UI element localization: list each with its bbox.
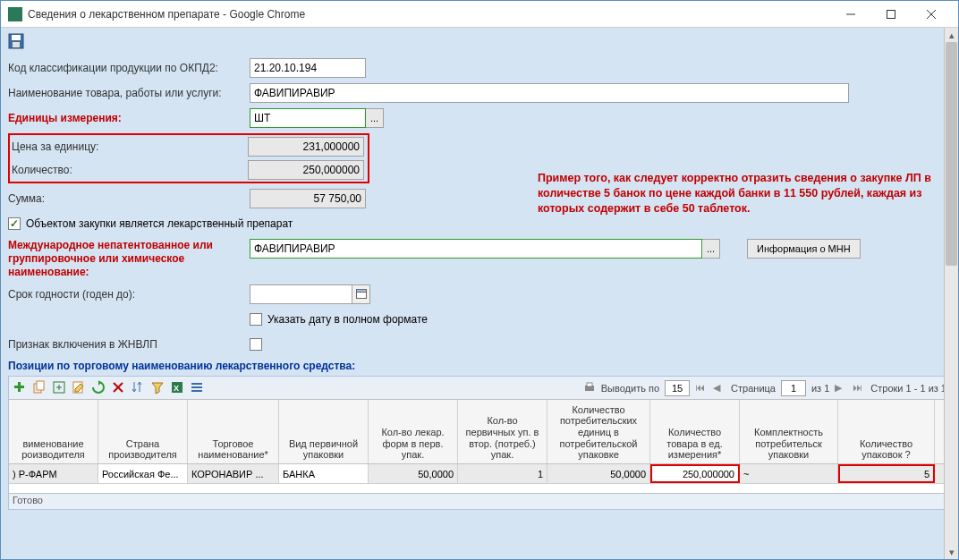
filter-icon[interactable] — [150, 380, 166, 396]
row-okpd2: Код классификации продукции по ОКПД2: — [8, 58, 951, 78]
label-okpd2: Код классификации продукции по ОКПД2: — [8, 62, 250, 74]
table-row[interactable]: ) Р-ФАРМ Российская Фе... КОРОНАВИР ... … — [9, 464, 950, 484]
cell-consumer-units: 50,0000 — [547, 464, 650, 483]
scroll-down-icon[interactable]: ▾ — [945, 545, 958, 559]
row-mnn: Международное непатентованное или группи… — [8, 239, 951, 279]
edit-icon[interactable] — [72, 380, 88, 396]
col-qty-in-units[interactable]: Количество товара в ед. измерения* — [650, 400, 740, 463]
first-page-icon[interactable]: ⏮ — [695, 382, 708, 395]
delete-icon[interactable] — [111, 380, 127, 396]
page-of: из 1 — [811, 383, 829, 394]
titlebar: Сведения о лекарственном препарате - Goo… — [1, 1, 958, 28]
col-package-count[interactable]: Количество упаковок ? — [838, 400, 935, 463]
cell-package-count: 5 — [838, 464, 935, 483]
input-okpd2[interactable] — [250, 58, 366, 78]
col-completeness[interactable]: Комплектность потребительск упаковки — [740, 400, 838, 463]
input-mnn[interactable] — [250, 239, 702, 259]
sort-icon[interactable] — [131, 380, 147, 396]
insert-icon[interactable] — [52, 380, 68, 396]
save-icon[interactable] — [8, 33, 24, 49]
example-note: Пример того, как следует корректно отраз… — [538, 171, 931, 216]
print-icon[interactable] — [583, 381, 596, 395]
col-producer-name[interactable]: вименование роизводителя — [9, 400, 98, 463]
svg-text:X: X — [174, 384, 179, 393]
settings-icon[interactable] — [190, 380, 206, 396]
calendar-button[interactable] — [352, 284, 370, 304]
svg-rect-10 — [14, 386, 24, 388]
input-name[interactable] — [250, 83, 849, 103]
top-toolbar — [8, 33, 951, 51]
row-is-drug: Объектом закупки является лекарственный … — [8, 214, 951, 233]
svg-rect-1 — [887, 10, 895, 18]
positions-header: Позиции по торговому наименованию лекарс… — [8, 360, 951, 372]
refresh-icon[interactable] — [91, 380, 107, 396]
input-sum[interactable] — [250, 189, 366, 208]
label-qty: Количество: — [12, 164, 248, 176]
row-full-date: Указать дату в полном формате — [8, 310, 951, 329]
label-mnn: Международное непатентованное или группи… — [8, 239, 250, 279]
add-icon[interactable] — [13, 380, 29, 396]
row-units: Единицы измерения: ... — [8, 108, 951, 128]
input-expiry[interactable] — [250, 284, 352, 304]
units-lookup-button[interactable]: ... — [366, 108, 384, 128]
checkbox-full-date[interactable] — [250, 313, 262, 326]
col-consumer-units[interactable]: Количество потребительских единиц в потр… — [547, 400, 650, 463]
grid: X Выводить по ⏮ ◀ Страница из 1 ▶ ⏭ Стро… — [8, 376, 951, 510]
grid-status: Готово — [9, 493, 950, 509]
cell-country[interactable]: Российская Фе... — [98, 464, 188, 483]
checkbox-vital[interactable] — [250, 338, 262, 351]
output-by-label: Выводить по — [601, 383, 659, 394]
col-country[interactable]: Страна производителя — [98, 400, 188, 463]
price-qty-highlight: Цена за единицу: Количество: — [8, 133, 369, 183]
row-name: Наименование товара, работы или услуги: — [8, 83, 951, 103]
col-forms-primary[interactable]: Кол-во лекар. форм в перв. упак. — [369, 400, 458, 463]
label-expiry: Срок годности (годен до): — [8, 288, 250, 301]
page-input[interactable] — [781, 380, 806, 396]
label-vital: Признак включения в ЖНВЛП — [8, 338, 250, 351]
window-controls — [830, 2, 951, 27]
app-icon — [8, 7, 22, 21]
col-trade-name[interactable]: Торговое наименование* — [188, 400, 279, 463]
copy-icon[interactable] — [32, 380, 48, 396]
label-price: Цена за единицу: — [12, 140, 248, 153]
cell-trade-name: КОРОНАВИР ... — [188, 464, 279, 483]
svg-rect-12 — [37, 381, 44, 390]
cell-producer: ) Р-ФАРМ — [9, 464, 98, 483]
scroll-up-icon[interactable]: ▴ — [945, 28, 958, 42]
svg-rect-8 — [356, 289, 366, 292]
maximize-button[interactable] — [870, 2, 911, 27]
grid-pagination: Выводить по ⏮ ◀ Страница из 1 ▶ ⏭ Строки… — [583, 380, 946, 396]
last-page-icon[interactable]: ⏭ — [853, 382, 865, 395]
input-units[interactable] — [250, 108, 366, 128]
row-vital: Признак включения в ЖНВЛП — [8, 335, 951, 354]
label-is-drug: Объектом закупки является лекарственный … — [26, 217, 293, 230]
output-by-input[interactable] — [665, 380, 690, 396]
input-qty[interactable] — [248, 160, 364, 180]
grid-header: вименование роизводителя Страна производ… — [9, 400, 950, 464]
export-excel-icon[interactable]: X — [170, 380, 186, 396]
prev-page-icon[interactable]: ◀ — [713, 382, 726, 395]
input-price[interactable] — [248, 137, 364, 157]
page-label: Страница — [731, 383, 776, 394]
checkbox-is-drug[interactable] — [8, 217, 21, 230]
grid-toolbar: X Выводить по ⏮ ◀ Страница из 1 ▶ ⏭ Стро… — [9, 377, 950, 400]
vertical-scrollbar[interactable]: ▴ ▾ — [944, 28, 958, 559]
next-page-icon[interactable]: ▶ — [835, 382, 847, 395]
label-sum: Сумма: — [8, 192, 250, 205]
svg-rect-19 — [191, 390, 202, 392]
rows-label: Строки 1 - 1 из 1 — [870, 383, 946, 394]
cell-package-type[interactable]: БАНКА — [279, 464, 369, 483]
close-button[interactable] — [911, 2, 951, 27]
col-primary-in-secondary[interactable]: Кол-во первичных уп. в втор. (потреб.) у… — [458, 400, 547, 463]
minimize-button[interactable] — [830, 2, 870, 27]
mnn-lookup-button[interactable]: ... — [702, 239, 720, 259]
cell-forms: 50,0000 — [369, 464, 458, 483]
mnn-info-button[interactable]: Информация о МНН — [747, 239, 861, 259]
cell-completeness: ~ — [740, 464, 838, 483]
svg-rect-5 — [12, 35, 21, 40]
cell-primary-secondary: 1 — [458, 464, 547, 483]
scrollbar-thumb[interactable] — [946, 42, 957, 266]
col-package-type[interactable]: Вид первичной упаковки — [279, 400, 369, 463]
grid-tool-icons: X — [13, 380, 206, 396]
cell-qty-units[interactable]: 250,000000 — [650, 464, 740, 483]
